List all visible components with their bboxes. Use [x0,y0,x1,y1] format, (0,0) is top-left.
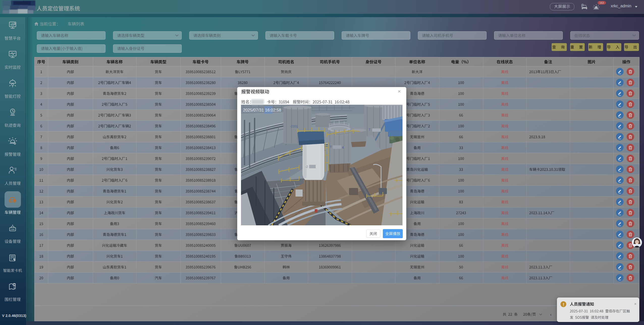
svg-text:2025/07/31 16:02:58: 2025/07/31 16:02:58 [243,108,281,112]
